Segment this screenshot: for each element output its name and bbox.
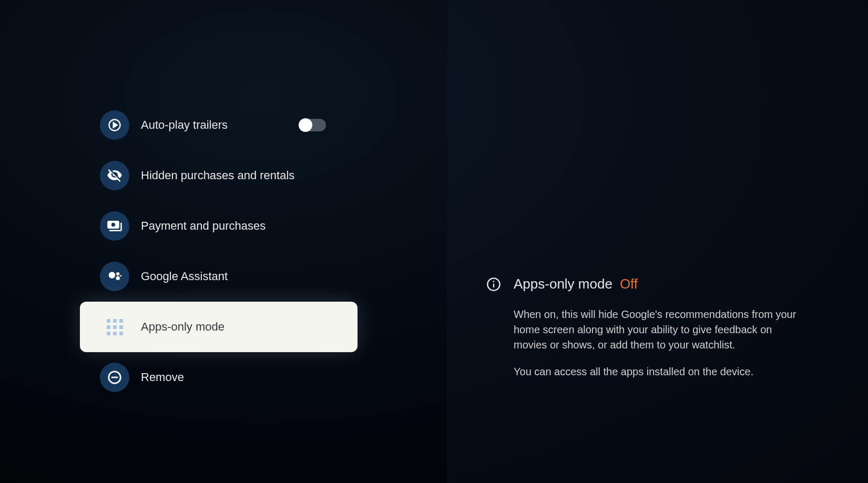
detail-body: When on, this will hide Google's recomme… [486, 307, 800, 379]
menu-item-label: Google Assistant [141, 270, 228, 283]
apps-grid-icon [100, 312, 129, 342]
menu-item-google-assistant[interactable]: Google Assistant [0, 251, 447, 302]
menu-item-auto-play-trailers[interactable]: Auto-play trailers [0, 100, 447, 150]
google-assistant-icon [100, 262, 129, 291]
play-circle-icon [100, 110, 129, 140]
menu-item-remove[interactable]: Remove [0, 352, 447, 403]
visibility-off-icon [100, 161, 129, 190]
toggle-knob [299, 118, 312, 132]
settings-menu-panel: Auto-play trailers Hidden purchases and … [0, 0, 447, 483]
menu-item-apps-only-mode[interactable]: Apps-only mode [80, 302, 358, 352]
menu-item-label: Auto-play trailers [141, 118, 228, 132]
toggle-auto-play-trailers[interactable] [300, 119, 326, 131]
svg-point-2 [116, 272, 119, 275]
remove-circle-icon [100, 363, 129, 392]
detail-title: Apps-only mode [514, 276, 612, 292]
detail-status: Off [620, 276, 638, 292]
payments-icon [100, 211, 129, 241]
detail-paragraph-1: When on, this will hide Google's recomme… [514, 307, 800, 353]
menu-item-label: Payment and purchases [141, 219, 265, 233]
detail-header: Apps-only mode Off [486, 276, 800, 292]
info-icon [486, 277, 501, 292]
menu-item-label: Apps-only mode [141, 320, 224, 334]
menu-item-label: Hidden purchases and rentals [141, 169, 294, 182]
svg-point-1 [109, 272, 116, 279]
menu-item-label: Remove [141, 371, 184, 384]
svg-point-3 [116, 276, 120, 280]
menu-item-payment-purchases[interactable]: Payment and purchases [0, 201, 447, 251]
detail-panel: Apps-only mode Off When on, this will hi… [447, 0, 868, 483]
detail-paragraph-2: You can access all the apps installed on… [514, 364, 800, 379]
svg-point-9 [493, 281, 495, 282]
menu-item-hidden-purchases[interactable]: Hidden purchases and rentals [0, 150, 447, 201]
svg-point-4 [120, 275, 121, 276]
